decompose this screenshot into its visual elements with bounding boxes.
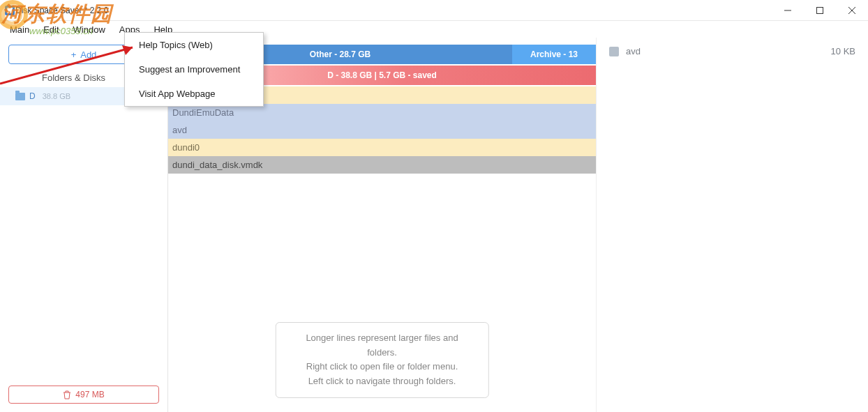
svg-rect-3 (817, 8, 823, 14)
app-icon (4, 5, 15, 16)
category-archive[interactable]: Archive - 13 (512, 45, 596, 64)
add-label: Add (80, 49, 96, 60)
window-title: Disk Space Saver * 2.2.0 (15, 6, 772, 15)
disk-size: 38.8 GB (43, 92, 70, 100)
window-controls (772, 0, 868, 20)
trash-size: 497 MB (75, 390, 104, 399)
trash-icon (63, 390, 71, 399)
detail-row[interactable]: avd 10 KB (609, 46, 855, 56)
menu-edit[interactable]: Edit (36, 22, 66, 37)
disk-name: D (29, 91, 36, 101)
help-dropdown: Help Topics (Web) Suggest an Improvement… (124, 32, 264, 107)
hint-line: Longer lines represent larger files and … (292, 331, 472, 360)
help-suggest-item[interactable]: Suggest an Improvement (125, 57, 263, 82)
detail-name: avd (626, 46, 641, 56)
disk-bar-text: D - 38.8 GB | 5.7 GB - saved (327, 70, 437, 80)
titlebar: Disk Space Saver * 2.2.0 (0, 0, 868, 21)
menu-window[interactable]: Window (66, 22, 112, 37)
right-panel: avd 10 KB (596, 38, 868, 412)
color-swatch (609, 47, 619, 56)
folder-icon (15, 93, 25, 100)
hint-line: Left click to navigate through folders. (292, 374, 472, 389)
hint-line: Right click to open file or folder menu. (292, 360, 472, 374)
list-item[interactable]: avd (168, 121, 596, 139)
svg-rect-1 (7, 8, 13, 13)
list-item[interactable]: dundi0 (168, 139, 596, 156)
hint-box: Longer lines represent larger files and … (275, 322, 489, 398)
help-topics-item[interactable]: Help Topics (Web) (125, 33, 263, 57)
plus-icon: + (71, 49, 77, 60)
maximize-button[interactable] (804, 0, 836, 21)
trash-button[interactable]: 497 MB (8, 386, 159, 404)
menu-main[interactable]: Main (3, 22, 36, 37)
list-item[interactable]: dundi_data_disk.vmdk (168, 156, 596, 174)
close-button[interactable] (836, 0, 868, 21)
help-webpage-item[interactable]: Visit App Webpage (125, 82, 263, 106)
minimize-button[interactable] (772, 0, 804, 21)
detail-size: 10 KB (831, 46, 855, 56)
